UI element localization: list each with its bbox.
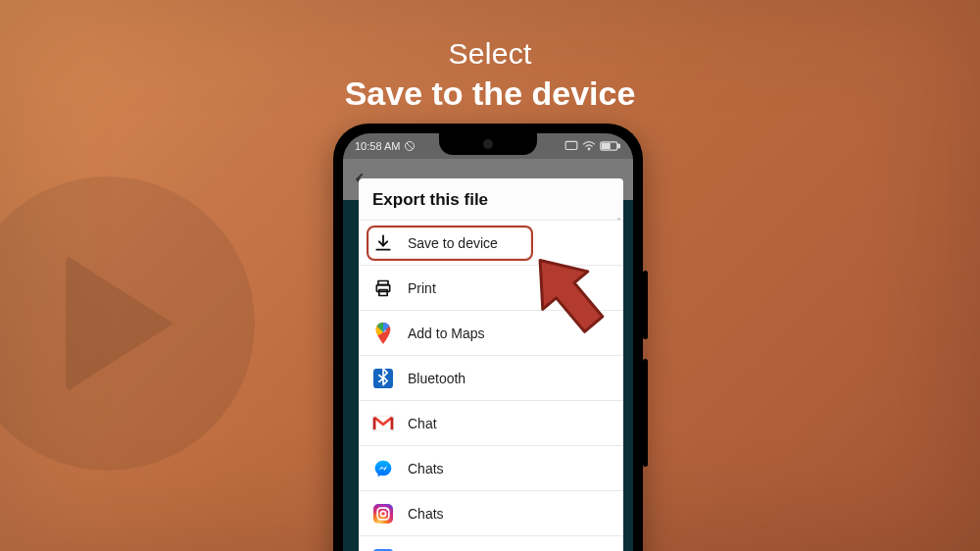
battery-icon	[600, 140, 621, 152]
svg-rect-5	[603, 143, 611, 148]
svg-rect-1	[565, 141, 577, 149]
maps-icon	[372, 323, 394, 344]
row-label: Chat	[408, 416, 610, 431]
status-bar: 10:58 AM	[343, 133, 633, 159]
instruction: Select Save to the device	[0, 37, 980, 113]
sheet-title: Export this file	[359, 178, 623, 220]
svg-point-2	[588, 148, 590, 150]
row-label: Save to device	[408, 235, 610, 251]
row-label: Chats	[408, 461, 610, 476]
export-list: Save to device Print Add to Maps	[359, 220, 623, 551]
play-triangle	[66, 255, 173, 392]
phone-screen: 10:58 AM Export this file	[343, 133, 633, 551]
row-label: Chats	[408, 506, 610, 522]
row-convert-to-doc[interactable]: Convert to DOC	[359, 535, 623, 551]
row-label: Print	[408, 280, 610, 296]
status-time: 10:58 AM	[355, 140, 400, 152]
row-add-to-maps[interactable]: Add to Maps	[359, 310, 623, 355]
svg-rect-4	[618, 144, 620, 147]
wifi-icon	[582, 140, 596, 152]
instagram-icon	[372, 503, 394, 525]
messenger-icon	[372, 458, 394, 479]
cast-icon	[564, 140, 578, 152]
row-chats-instagram[interactable]: Chats	[359, 490, 623, 535]
row-label: Add to Maps	[408, 326, 610, 341]
bluetooth-icon	[372, 368, 394, 389]
row-bluetooth[interactable]: Bluetooth	[359, 355, 623, 400]
row-save-to-device[interactable]: Save to device	[359, 220, 623, 265]
convert-doc-icon	[372, 548, 394, 552]
dnd-icon	[404, 140, 416, 152]
row-print[interactable]: Print	[359, 265, 623, 310]
stage: Select Save to the device 10:58 AM	[0, 0, 980, 551]
row-chat-gmail[interactable]: Chat	[359, 400, 623, 445]
gmail-icon	[372, 413, 394, 434]
svg-point-15	[386, 508, 388, 510]
print-icon	[372, 277, 394, 299]
row-chats-messenger[interactable]: Chats	[359, 445, 623, 490]
instruction-line-1: Select	[0, 37, 980, 71]
export-sheet: Export this file Save to device Print	[359, 178, 623, 551]
download-icon	[372, 232, 394, 254]
instruction-line-2: Save to the device	[0, 75, 980, 113]
phone-frame: 10:58 AM Export this file	[333, 124, 643, 551]
row-label: Bluetooth	[408, 371, 610, 386]
svg-rect-12	[373, 504, 393, 524]
